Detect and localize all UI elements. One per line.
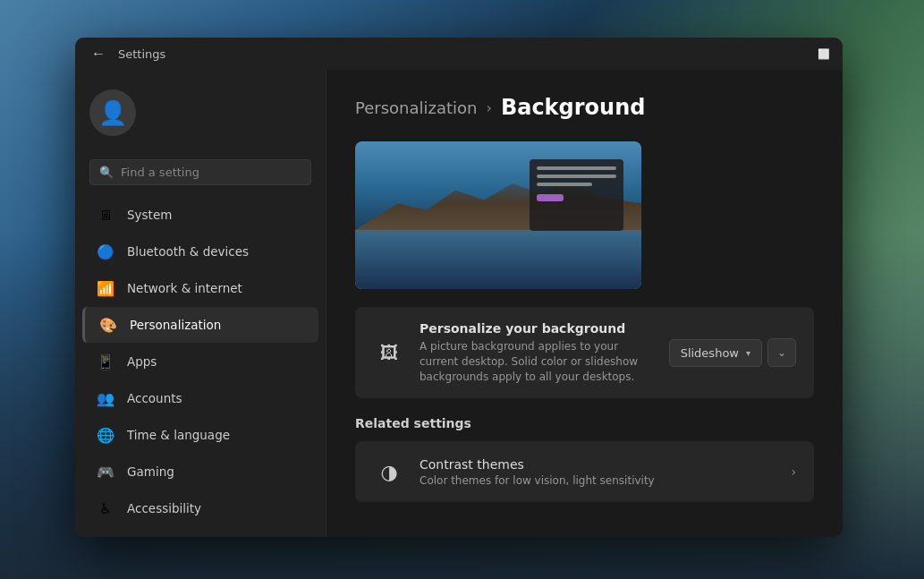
time-icon: 🌐 [97,426,114,444]
sidebar-item-label: Accounts [127,391,182,405]
sidebar-item-apps[interactable]: 📱 Apps [82,344,318,379]
sidebar-item-system[interactable]: 🖥 System [82,197,318,233]
sidebar-nav: 🖥 System 🔵 Bluetooth & devices 📶 Network… [75,196,326,527]
preview-desktop-mockup [530,159,623,231]
related-settings-title: Related settings [355,416,814,430]
personalize-title: Personalize your background [420,321,655,336]
breadcrumb-parent: Personalization [355,98,477,117]
contrast-themes-item[interactable]: ◑ Contrast themes Color themes for low v… [355,441,814,502]
expand-icon: ⌄ [777,346,786,359]
breadcrumb: Personalization › Background [355,95,814,120]
mockup-line-2 [537,175,616,178]
avatar-icon: 👤 [98,99,127,126]
search-container: 🔍 [75,154,326,196]
sidebar-item-gaming[interactable]: 🎮 Gaming [82,454,318,490]
background-row-text: Personalize your background A picture ba… [420,321,655,384]
expand-button[interactable]: ⌄ [767,338,796,367]
sidebar-item-bluetooth[interactable]: 🔵 Bluetooth & devices [82,234,318,269]
breadcrumb-separator: › [486,99,491,116]
gaming-icon: 🎮 [97,463,114,481]
mockup-button [537,194,564,201]
sidebar-item-accessibility[interactable]: ♿ Accessibility [82,490,318,526]
contrast-themes-desc: Color themes for low vision, light sensi… [420,474,776,487]
content-area: 👤 🔍 🖥 System 🔵 Bluetooth & devices [75,70,843,537]
sidebar-item-time[interactable]: 🌐 Time & language [82,417,318,453]
sidebar-item-accounts[interactable]: 👥 Accounts [82,380,318,416]
mockup-line-1 [537,166,616,170]
window-controls: ⬜ [818,48,832,60]
sidebar-item-label: Personalization [130,318,221,332]
sidebar-item-personalization[interactable]: 🎨 Personalization [82,307,318,343]
bluetooth-icon: 🔵 [97,243,114,260]
dropdown-chevron-icon: ▾ [746,348,750,358]
sidebar-item-label: Bluetooth & devices [127,244,249,259]
sidebar-item-label: Gaming [127,464,174,479]
contrast-themes-arrow: › [791,464,796,479]
breadcrumb-current: Background [501,95,646,120]
dropdown-value: Slideshow [681,346,739,360]
title-bar-controls: ⬜ [818,48,832,60]
back-button[interactable]: ← [86,41,111,66]
user-profile: 👤 [75,79,326,147]
mockup-line-3 [537,183,592,186]
system-icon: 🖥 [97,206,114,224]
sidebar-item-label: Apps [127,354,157,369]
main-content: Personalization › Background 🖼 Personali… [326,70,843,537]
contrast-themes-title: Contrast themes [420,457,776,472]
settings-window: ← Settings ⬜ 👤 🔍 [75,38,843,537]
sidebar-item-label: System [127,208,172,222]
contrast-themes-text: Contrast themes Color themes for low vis… [420,457,776,487]
accessibility-icon: ♿ [97,499,114,517]
search-icon: 🔍 [99,166,114,179]
personalize-background-row: 🖼 Personalize your background A picture … [355,307,814,398]
sidebar-item-network[interactable]: 📶 Network & internet [82,270,318,306]
network-icon: 📶 [97,279,114,297]
sidebar-item-label: Network & internet [127,281,242,295]
avatar: 👤 [89,89,136,136]
background-type-dropdown[interactable]: Slideshow ▾ [669,339,762,367]
title-bar: ← Settings ⬜ [75,38,843,70]
search-input[interactable] [121,166,301,179]
personalize-control: Slideshow ▾ ⌄ [669,338,796,367]
background-preview [355,141,641,289]
window-header-title: Settings [118,47,165,61]
accounts-icon: 👥 [97,389,114,407]
background-row-icon: 🖼 [373,336,405,369]
sidebar-item-label: Time & language [127,428,230,442]
contrast-themes-icon: ◑ [373,456,405,488]
search-box[interactable]: 🔍 [89,159,311,185]
sidebar: 👤 🔍 🖥 System 🔵 Bluetooth & devices [75,70,326,537]
apps-icon: 📱 [97,353,114,370]
sidebar-item-label: Accessibility [127,501,201,515]
personalization-icon: 🎨 [99,316,117,334]
title-bar-left: ← Settings [86,41,165,66]
personalize-description: A picture background applies to your cur… [420,339,655,384]
